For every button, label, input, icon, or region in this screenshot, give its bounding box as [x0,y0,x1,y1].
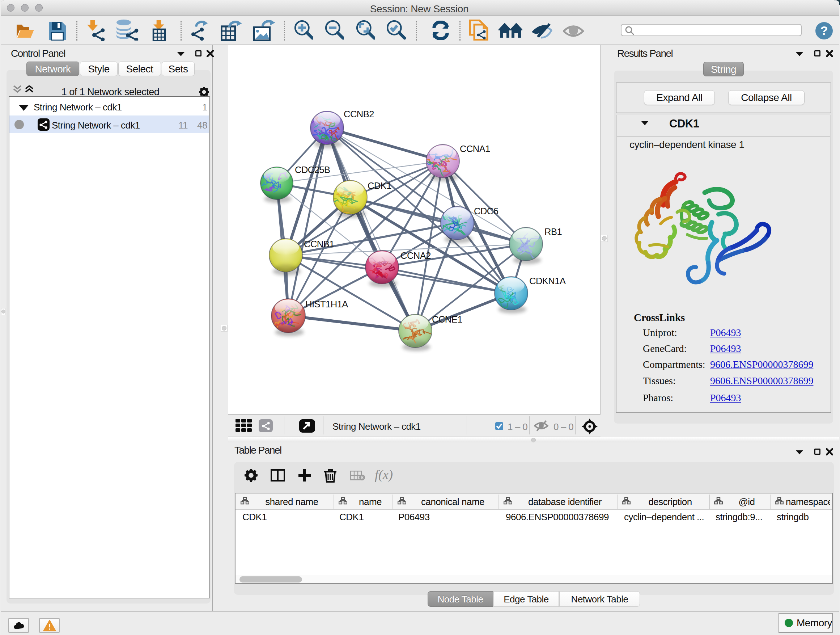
svg-text:RB1: RB1 [545,226,562,237]
svg-text:?: ? [821,24,828,37]
svg-text:CDK1: CDK1 [368,181,392,191]
svg-text:HIST1H1A: HIST1H1A [305,299,348,309]
svg-text:CCNB1: CCNB1 [304,239,334,249]
svg-text:CDC6: CDC6 [474,206,499,216]
svg-text:CCNA1: CCNA1 [460,144,490,154]
svg-text:CCNA2: CCNA2 [401,250,431,261]
svg-text:CCNB2: CCNB2 [344,109,374,119]
svg-text:CDC25B: CDC25B [295,165,330,175]
svg-text:CDKN1A: CDKN1A [529,276,566,286]
svg-text:CCNE1: CCNE1 [432,314,462,325]
